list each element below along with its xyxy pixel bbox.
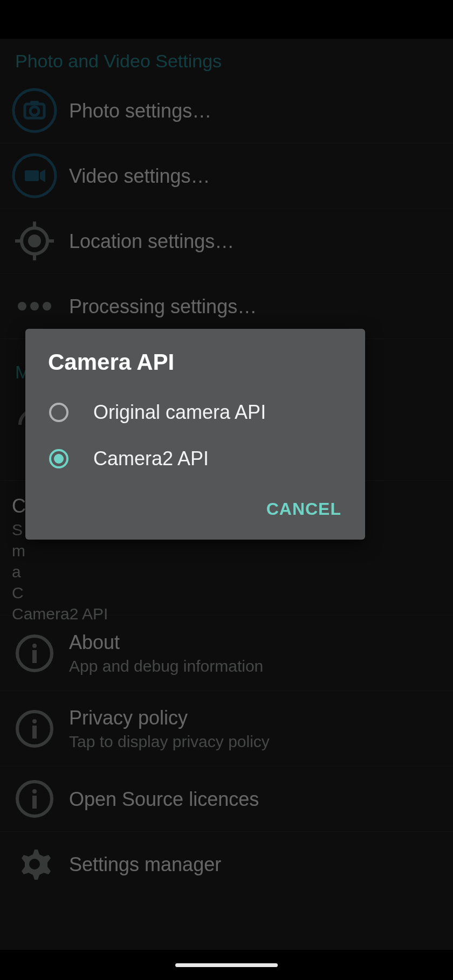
svg-point-27 xyxy=(54,454,64,464)
navigation-bar xyxy=(0,950,453,980)
home-indicator[interactable] xyxy=(175,963,278,967)
cancel-button[interactable]: CANCEL xyxy=(259,494,349,524)
dialog-title: Camera API xyxy=(25,329,365,389)
radio-unchecked-icon xyxy=(48,402,70,423)
svg-point-25 xyxy=(50,404,67,421)
radio-option-original-api[interactable]: Original camera API xyxy=(25,389,365,436)
radio-label: Original camera API xyxy=(93,401,266,424)
radio-label: Camera2 API xyxy=(93,447,209,470)
radio-checked-icon xyxy=(48,448,70,470)
camera-api-dialog: Camera API Original camera API Camera2 A… xyxy=(25,329,365,540)
radio-option-camera2-api[interactable]: Camera2 API xyxy=(25,436,365,482)
